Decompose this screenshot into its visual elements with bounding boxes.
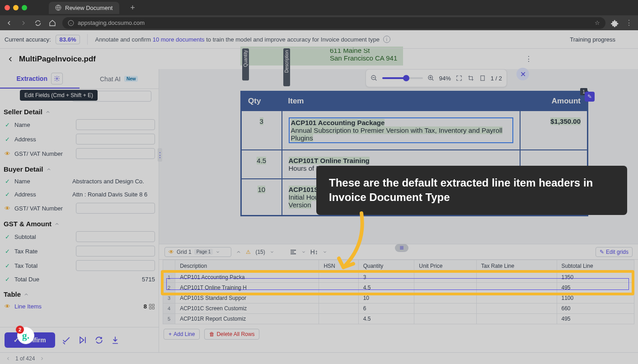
- field-input[interactable]: [76, 134, 155, 145]
- arrow-icon: [334, 209, 380, 276]
- column-tag-quantity[interactable]: Quantity: [242, 48, 249, 80]
- chevron-down-icon[interactable]: [270, 250, 274, 254]
- fit-icon[interactable]: [455, 75, 463, 82]
- chevron-up-icon: [54, 221, 60, 227]
- crop-icon[interactable]: [467, 75, 474, 82]
- field-buyer-address: ✓AddressAttn : Ronald Davis Suite 8 6: [0, 188, 159, 201]
- check-icon: ✓: [4, 262, 11, 269]
- field-line-items[interactable]: 👁Line Items8: [0, 300, 159, 313]
- grid-selector[interactable]: 👁 Grid 1 Page 1: [164, 247, 231, 257]
- gear-icon[interactable]: [51, 73, 63, 84]
- field-tax-rate: ✓Tax Rate: [0, 244, 159, 258]
- edit-grids-button[interactable]: ✎ Edit grids: [596, 247, 633, 257]
- skip-icon[interactable]: [78, 335, 88, 345]
- page-icon[interactable]: [479, 75, 486, 82]
- prev-page-icon[interactable]: [5, 356, 11, 361]
- col-description[interactable]: Description: [175, 260, 319, 272]
- address-bar[interactable]: appstaging.docsumo.com ☆: [62, 17, 605, 29]
- refresh-icon[interactable]: [94, 335, 104, 345]
- check-icon: ✓: [4, 248, 11, 255]
- check-icon: ✓: [4, 178, 11, 185]
- expand-grid-icon[interactable]: ≡: [395, 244, 408, 252]
- section-gst[interactable]: GST & Amount: [0, 215, 159, 229]
- field-input[interactable]: [76, 148, 155, 159]
- browser-tab-strip: Review Document +: [0, 0, 638, 15]
- delete-all-button[interactable]: 🗑 Delete All Rows: [204, 329, 259, 340]
- close-panel-icon[interactable]: ✕: [516, 68, 529, 80]
- next-page-icon[interactable]: [39, 356, 45, 361]
- chevron-up-icon[interactable]: [236, 249, 241, 255]
- banner-text: Annotate and confirm 10 more documents t…: [95, 36, 379, 43]
- site-info-icon[interactable]: [68, 20, 74, 26]
- grid-row[interactable]: 4ACP101C Screen Customiz6660: [163, 303, 634, 314]
- tab-extraction[interactable]: Extraction: [0, 69, 80, 89]
- field-input[interactable]: [76, 260, 155, 271]
- browser-tab[interactable]: Review Document: [49, 2, 119, 14]
- section-buyer[interactable]: Buyer Detail: [0, 161, 159, 175]
- zoom-slider[interactable]: [382, 77, 423, 79]
- grid-table-wrap: Description HSN Quantity Unit Price Tax …: [159, 260, 638, 324]
- tab-chat-ai[interactable]: Chat AI New: [80, 69, 159, 89]
- svg-rect-5: [150, 307, 151, 309]
- new-tab-button[interactable]: +: [127, 2, 138, 13]
- edit-fields-tooltip: Edit Fields (Cmd + Shift + E): [20, 90, 98, 101]
- zoom-in-icon[interactable]: [427, 75, 435, 82]
- bookmark-icon[interactable]: ☆: [595, 19, 600, 26]
- download-icon[interactable]: [110, 335, 120, 345]
- chevron-down-icon: [216, 250, 220, 254]
- maximize-window-icon[interactable]: [22, 5, 27, 10]
- window-controls[interactable]: [5, 5, 27, 10]
- edit-table-icon[interactable]: ✎: [585, 92, 595, 102]
- chevron-down-icon[interactable]: [301, 250, 306, 254]
- more-documents-link[interactable]: 10 more documents: [153, 36, 205, 43]
- accuracy-banner: Current accuracy: 83.6% Annotate and con…: [0, 30, 638, 49]
- new-badge: New: [124, 76, 138, 82]
- field-total-due: ✓Total Due5715: [0, 273, 159, 286]
- section-table[interactable]: Table: [0, 286, 159, 300]
- col-rownum: [163, 260, 175, 272]
- col-unit-price[interactable]: Unit Price: [414, 260, 476, 272]
- grid-row[interactable]: 1ACP101 Accounting Packa31350: [163, 272, 634, 283]
- extensions-icon[interactable]: [611, 19, 619, 27]
- minimize-window-icon[interactable]: [13, 5, 19, 10]
- chevron-down-icon[interactable]: [323, 250, 327, 254]
- accuracy-label: Current accuracy:: [5, 36, 51, 43]
- grid-row[interactable]: 3ACP101S Standard Suppor101100: [163, 293, 634, 303]
- align-icon[interactable]: [290, 248, 297, 256]
- field-input[interactable]: [76, 203, 155, 214]
- approve-all-icon[interactable]: [61, 335, 71, 345]
- section-seller[interactable]: Seller Detail: [0, 103, 159, 117]
- field-input[interactable]: [76, 119, 155, 130]
- back-button[interactable]: [5, 19, 14, 28]
- height-icon[interactable]: H↕: [310, 248, 318, 256]
- grid-table[interactable]: Description HSN Quantity Unit Price Tax …: [163, 260, 634, 324]
- zoom-out-icon[interactable]: [371, 75, 378, 82]
- col-subtotal[interactable]: Subtotal Line: [557, 260, 634, 272]
- info-icon[interactable]: i: [383, 36, 390, 43]
- browser-menu-icon[interactable]: ⋮: [624, 19, 633, 28]
- tutorial-callout: These are the default extracted line ite…: [316, 166, 627, 215]
- forward-button[interactable]: [19, 19, 28, 28]
- grid-header-row: Description HSN Quantity Unit Price Tax …: [163, 260, 634, 272]
- grammarly-badge[interactable]: 2 g.: [17, 327, 34, 344]
- field-input[interactable]: [76, 246, 155, 257]
- close-window-icon[interactable]: [5, 5, 10, 10]
- grid-row[interactable]: 2ACP101T Online Training H4.5495: [163, 283, 634, 293]
- browser-nav-bar: appstaging.docsumo.com ☆ ⋮: [0, 15, 638, 30]
- field-input[interactable]: [76, 231, 155, 242]
- back-arrow-icon[interactable]: [6, 55, 14, 63]
- eye-icon: 👁: [4, 150, 11, 157]
- svg-rect-6: [152, 307, 154, 309]
- resize-handle-icon[interactable]: ⋮: [158, 148, 162, 162]
- file-menu-icon[interactable]: ⋮: [525, 55, 632, 63]
- reload-button[interactable]: [33, 19, 42, 28]
- grid-row[interactable]: 5ACP101R Report Customiz4.5495: [163, 314, 634, 324]
- warning-icon: ⚠: [246, 249, 251, 255]
- file-name: MultiPageInvoice.pdf: [19, 55, 96, 64]
- add-line-button[interactable]: + Add Line: [164, 329, 200, 340]
- home-button[interactable]: [48, 19, 57, 28]
- url-text: appstaging.docsumo.com: [78, 19, 145, 26]
- sidebar-tabs: Extraction Chat AI New: [0, 69, 159, 89]
- col-tax-rate[interactable]: Tax Rate Line: [476, 260, 557, 272]
- column-tag-description[interactable]: Description: [283, 48, 290, 86]
